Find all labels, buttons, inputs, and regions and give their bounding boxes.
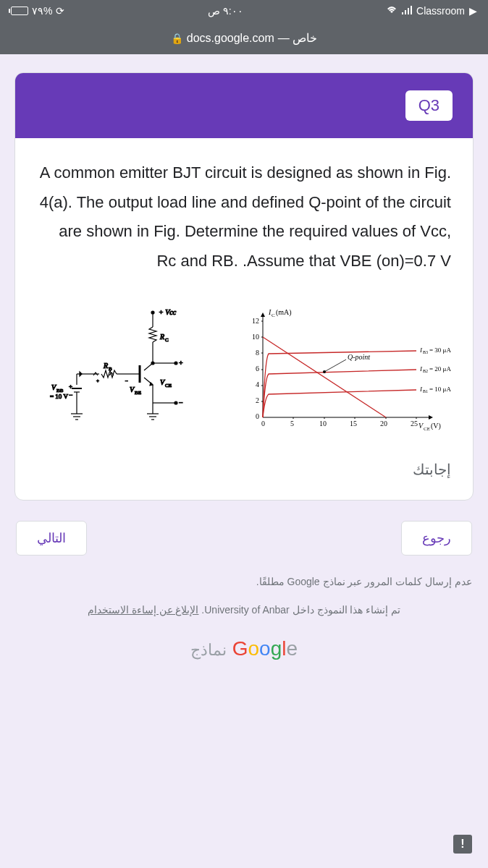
svg-text:CE: CE — [424, 426, 430, 432]
battery-icon — [11, 7, 28, 15]
forms-text: نماذج — [190, 641, 227, 659]
svg-text:2: 2 — [256, 396, 259, 404]
figures: + Vcc RC + − VCE — [37, 302, 451, 432]
svg-line-70 — [263, 337, 386, 417]
svg-text:= 20 μA: = 20 μA — [429, 365, 451, 373]
svg-text:−: − — [179, 399, 183, 407]
svg-text:12: 12 — [252, 317, 259, 325]
footer-warning: عدم إرسال كلمات المرور عبر نماذج Google … — [16, 576, 472, 587]
google-forms-logo: نماذج Google — [0, 637, 488, 660]
svg-text:10: 10 — [319, 420, 327, 427]
svg-text:10: 10 — [252, 333, 259, 341]
svg-point-17 — [174, 401, 177, 404]
lock-icon: 🔒 — [171, 33, 183, 44]
status-left: ٧٩% ⟳ — [11, 5, 64, 17]
report-icon[interactable]: ! — [453, 835, 472, 854]
svg-text:B1: B1 — [423, 389, 428, 393]
svg-text:6: 6 — [256, 365, 259, 373]
svg-text:20: 20 — [380, 420, 387, 427]
svg-text:0: 0 — [261, 420, 265, 427]
svg-text:4: 4 — [256, 380, 259, 388]
answer-label[interactable]: إجابتك — [37, 461, 451, 478]
status-time: ٩:٠٠ ص — [64, 5, 386, 17]
svg-text:25: 25 — [411, 420, 418, 427]
svg-text:B2: B2 — [423, 369, 428, 373]
svg-text:−: − — [69, 391, 72, 399]
svg-text:(mA): (mA) — [276, 308, 292, 317]
circuit-diagram: + Vcc RC + − VCE — [37, 302, 196, 432]
output-graph: IC(mA) VCE(V) 12 10 8 6 4 2 0 0 5 10 15 … — [234, 302, 451, 432]
svg-line-72 — [324, 359, 346, 372]
svg-text:0: 0 — [256, 412, 259, 420]
svg-text:CE: CE — [165, 383, 172, 388]
signal-icon — [402, 5, 412, 17]
report-abuse-link[interactable]: الإبلاغ عن إساءة الاستخدام — [88, 604, 199, 616]
vbb-value: = 10 V — [50, 393, 68, 400]
svg-point-4 — [151, 311, 154, 314]
svg-text:= 30 μA: = 30 μA — [429, 346, 451, 354]
next-button[interactable]: التالي — [16, 521, 87, 556]
svg-rect-1 — [405, 10, 406, 14]
status-right: Classroom ▶ — [386, 5, 477, 17]
url-suffix: — خاص — [278, 31, 317, 45]
svg-text:+: + — [179, 359, 183, 367]
rb-label: R — [103, 362, 108, 370]
qpoint-label: Q-point — [348, 353, 370, 361]
svg-text:8: 8 — [256, 349, 259, 357]
app-name: Classroom — [416, 5, 465, 17]
vcc-label: + Vcc — [159, 308, 177, 316]
svg-text:5: 5 — [290, 420, 294, 427]
rotate-icon: ⟳ — [56, 5, 64, 17]
card-body: A common emitter BJT circuit is designed… — [15, 138, 473, 500]
svg-line-12 — [144, 363, 153, 370]
status-bar: ٧٩% ⟳ ٩:٠٠ ص Classroom ▶ — [0, 0, 488, 22]
svg-text:−: − — [125, 378, 128, 384]
svg-rect-0 — [402, 12, 403, 14]
play-icon: ▶ — [469, 5, 477, 17]
svg-point-10 — [174, 362, 177, 365]
nav-buttons: رجوع التالي — [16, 521, 472, 556]
svg-rect-3 — [411, 6, 412, 14]
svg-text:C: C — [272, 312, 275, 318]
svg-text:BE: BE — [135, 390, 141, 396]
url-bar: 🔒 docs.google.com — خاص — [0, 22, 488, 54]
rc-label: R — [159, 333, 164, 341]
question-text: A common emitter BJT circuit is designed… — [37, 158, 451, 276]
card-header: Q3 — [15, 73, 473, 138]
wifi-icon — [386, 5, 397, 17]
svg-text:(V): (V) — [431, 422, 441, 430]
svg-text:B3: B3 — [423, 350, 428, 354]
footer-attribution: تم إنشاء هذا النموذج داخل University of … — [16, 602, 472, 619]
question-number: Q3 — [405, 90, 453, 121]
svg-text:15: 15 — [350, 420, 357, 427]
question-card: Q3 A common emitter BJT circuit is desig… — [14, 72, 474, 501]
url-domain: docs.google.com — [187, 32, 274, 45]
svg-text:C: C — [165, 337, 169, 343]
svg-text:B: B — [109, 366, 112, 372]
back-button[interactable]: رجوع — [401, 521, 472, 556]
svg-text:+: + — [96, 378, 99, 384]
battery-percent: ٧٩% — [32, 5, 52, 17]
footer-org: تم إنشاء هذا النموذج داخل University of … — [201, 604, 400, 616]
svg-text:= 10 μA: = 10 μA — [429, 386, 451, 393]
svg-rect-2 — [408, 8, 409, 14]
